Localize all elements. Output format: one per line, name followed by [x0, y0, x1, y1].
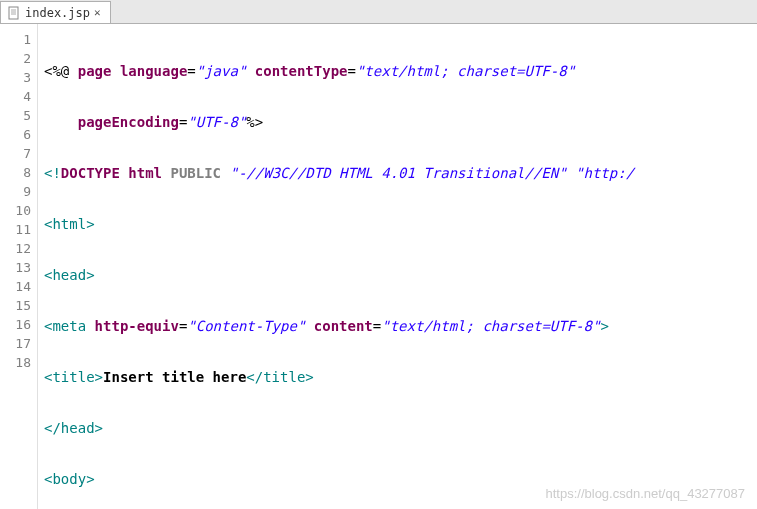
- close-icon[interactable]: ✕: [94, 8, 104, 18]
- watermark: https://blog.csdn.net/qq_43277087: [546, 486, 746, 501]
- line-number: 18: [0, 353, 37, 372]
- line-number: 14: [0, 277, 37, 296]
- line-number: 4: [0, 87, 37, 106]
- line-number: 10: [0, 201, 37, 220]
- line-number: 9: [0, 182, 37, 201]
- tab-label: index.jsp: [25, 6, 90, 20]
- code-area[interactable]: <%@ page language="java" contentType="te…: [38, 24, 757, 509]
- line-number: 3: [0, 68, 37, 87]
- gutter: 1 2 3 4 5 6 7 8 9 10 11 12 13 14 15 16 1…: [0, 24, 38, 509]
- line-number: 6: [0, 125, 37, 144]
- line-number: 16: [0, 315, 37, 334]
- line-number: 8: [0, 163, 37, 182]
- code-line[interactable]: <title>Insert title here</title>: [44, 368, 757, 387]
- line-number: 7: [0, 144, 37, 163]
- line-number: 17: [0, 334, 37, 353]
- line-number: 12: [0, 239, 37, 258]
- tab-index-jsp[interactable]: index.jsp ✕: [0, 1, 111, 23]
- code-line[interactable]: pageEncoding="UTF-8"%>: [44, 113, 757, 132]
- code-line[interactable]: <!DOCTYPE html PUBLIC "-//W3C//DTD HTML …: [44, 164, 757, 183]
- line-number: 15: [0, 296, 37, 315]
- code-line[interactable]: <html>: [44, 215, 757, 234]
- line-number: 1: [0, 30, 37, 49]
- line-number: 5: [0, 106, 37, 125]
- code-line[interactable]: <head>: [44, 266, 757, 285]
- code-editor[interactable]: 1 2 3 4 5 6 7 8 9 10 11 12 13 14 15 16 1…: [0, 24, 757, 509]
- line-number: 2: [0, 49, 37, 68]
- code-line[interactable]: </head>: [44, 419, 757, 438]
- file-icon: [7, 6, 21, 20]
- line-number: 11: [0, 220, 37, 239]
- code-line[interactable]: <meta http-equiv="Content-Type" content=…: [44, 317, 757, 336]
- tab-bar: index.jsp ✕: [0, 0, 757, 24]
- line-number: 13: [0, 258, 37, 277]
- code-line[interactable]: <%@ page language="java" contentType="te…: [44, 62, 757, 81]
- svg-rect-0: [9, 7, 18, 19]
